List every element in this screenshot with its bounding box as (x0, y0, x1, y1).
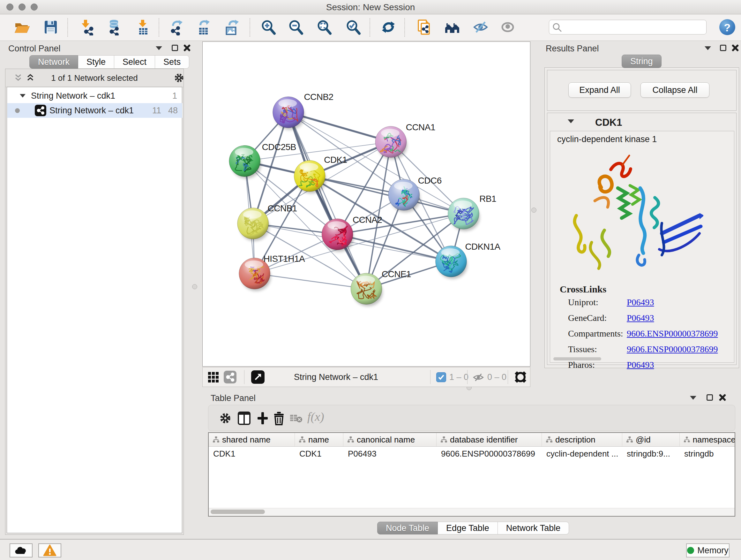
eye-slash-icon (472, 19, 489, 36)
column-header-canonical-name[interactable]: canonical name (343, 433, 436, 446)
apply-layout-button[interactable] (380, 19, 397, 36)
column-header-database-identifier[interactable]: database identifier (436, 433, 542, 446)
collapse-all-button[interactable]: Collapse All (641, 82, 710, 98)
network-row-selected[interactable]: String Network – cdk1 11 48 (7, 103, 182, 118)
search-input[interactable] (564, 21, 702, 33)
zoom-fit-button[interactable] (316, 19, 333, 36)
help-button[interactable]: ? (719, 19, 735, 35)
graph-node-CDC25B[interactable]: CDC25B (229, 142, 296, 179)
crosslink-link[interactable]: P06493 (627, 313, 654, 323)
move-crosshair-icon[interactable] (514, 370, 528, 384)
show-hidden-button[interactable] (499, 19, 516, 36)
tab-network[interactable]: Network (29, 55, 78, 69)
control-panel-collapse-icon[interactable] (156, 46, 162, 50)
open-view-icon[interactable] (251, 370, 265, 384)
table-panel-float-icon[interactable] (706, 394, 713, 401)
crosslink-link[interactable]: P06493 (627, 360, 654, 370)
table-panel-close-icon[interactable] (719, 394, 726, 401)
columns-icon[interactable] (237, 411, 251, 426)
expand-all-button[interactable]: Expand All (568, 82, 631, 98)
delete-column-trash-icon[interactable] (272, 411, 286, 426)
graph-node-RB1[interactable]: RB1 (448, 194, 496, 231)
column-header-namespace[interactable]: namespace (680, 433, 735, 446)
column-header--id[interactable]: @id (622, 433, 680, 446)
zoom-selected-button[interactable] (345, 19, 362, 36)
add-column-plus-icon[interactable] (256, 411, 270, 426)
import-network-from-file-button[interactable] (78, 19, 95, 36)
table-horizontal-scrollbar[interactable] (209, 508, 735, 516)
memory-button[interactable]: Memory (686, 543, 730, 557)
import-table-from-file-button[interactable] (134, 19, 151, 36)
graph-node-HIST1H1A[interactable]: HIST1H1A (239, 254, 305, 291)
crosslink-link[interactable]: 9606.ENSP00000378699 (627, 344, 718, 354)
tab-sets[interactable]: Sets (155, 55, 189, 69)
save-session-button[interactable] (42, 19, 59, 36)
zoom-in-button[interactable] (260, 19, 277, 36)
tab-select[interactable]: Select (114, 55, 155, 69)
results-panel-float-icon[interactable] (720, 45, 726, 51)
graph-node-CCNB2[interactable]: CCNB2 (273, 92, 333, 130)
column-header-description[interactable]: description (542, 433, 622, 446)
gear-icon[interactable] (173, 72, 185, 84)
open-session-button[interactable] (13, 19, 30, 36)
left-splitter-handle[interactable] (192, 284, 197, 289)
network-canvas[interactable]: CCNB2CCNA1CDC25BCDK1CDC6RB1CCNB1CCNA2CDK… (202, 42, 530, 367)
selected-checkbox[interactable] (436, 372, 446, 382)
crosslink-label: Compartments: (568, 328, 627, 339)
hide-selected-button[interactable] (472, 19, 489, 36)
graph-node-CDK1[interactable]: CDK1 (294, 155, 347, 193)
column-header-name[interactable]: name (295, 433, 343, 446)
network-row-label: String Network – cdk1 (50, 103, 134, 118)
tab-node-table[interactable]: Node Table (377, 522, 438, 535)
graph-node-CDKN1A[interactable]: CDKN1A (435, 242, 501, 279)
right-splitter-handle[interactable] (531, 207, 536, 212)
warning-button[interactable] (38, 543, 61, 557)
crosslink-label: Uniprot: (568, 297, 627, 307)
crosslink-label: Pharos: (568, 360, 627, 370)
table-cell: CDK1 (209, 447, 295, 461)
graph-node-CCNA1[interactable]: CCNA1 (375, 122, 435, 159)
tab-string[interactable]: String (622, 55, 662, 68)
control-panel-close-icon[interactable] (183, 44, 191, 52)
tree-expander-icon[interactable] (20, 94, 25, 98)
graph-node-CCNE1[interactable]: CCNE1 (351, 269, 411, 307)
control-panel-float-icon[interactable] (172, 45, 178, 51)
toolbar-separator (67, 18, 68, 37)
selected-counts: 1 – 0 (449, 372, 468, 382)
cloud-button[interactable] (10, 543, 32, 557)
window-titlebar: Session: New Session (0, 0, 741, 14)
table-panel-collapse-icon[interactable] (690, 396, 696, 400)
protein-structure-image (556, 146, 703, 284)
node-table[interactable]: shared namenamecanonical namedatabase id… (208, 432, 735, 516)
network-graph[interactable]: CCNB2CCNA1CDC25BCDK1CDC6RB1CCNB1CCNA2CDK… (203, 42, 530, 368)
table-scrollbar-thumb[interactable] (211, 509, 265, 514)
column-header-shared-name[interactable]: shared name (209, 433, 295, 446)
show-all-button[interactable] (444, 19, 461, 36)
zoom-out-button[interactable] (287, 19, 305, 36)
result-entry: CDK1 cyclin-dependent kinase 1 (547, 113, 737, 365)
table-gear-icon[interactable] (219, 412, 232, 425)
netbar-divider (430, 370, 430, 384)
result-entry-header[interactable]: CDK1 (547, 113, 736, 131)
network-collection-row[interactable]: String Network – cdk1 1 (7, 88, 182, 103)
results-panel-collapse-icon[interactable] (704, 46, 711, 50)
tab-edge-table[interactable]: Edge Table (438, 522, 498, 535)
results-panel-close-icon[interactable] (731, 44, 739, 52)
crosslink-link[interactable]: P06493 (627, 297, 654, 307)
network-share-icon[interactable] (224, 371, 237, 383)
copy-network-button[interactable] (415, 19, 432, 36)
import-network-from-database-button[interactable] (105, 19, 122, 36)
crosslink-link[interactable]: 9606.ENSP00000378699 (627, 328, 718, 339)
table-row[interactable]: CDK1CDK1P064939606.ENSP00000378699cyclin… (209, 447, 735, 461)
tab-network-table[interactable]: Network Table (498, 522, 569, 535)
export-network-to-file-button[interactable] (167, 19, 185, 36)
tab-style[interactable]: Style (78, 55, 114, 69)
export-table-to-file-button[interactable] (195, 19, 212, 36)
results-panel-tabs: String (622, 55, 662, 67)
graph-node-CCNB1[interactable]: CCNB1 (238, 203, 297, 241)
results-scrollbar-thumb[interactable] (553, 357, 601, 361)
export-image-button[interactable] (223, 19, 241, 36)
toolbar-search-field[interactable] (549, 20, 706, 35)
birdseye-grid-icon[interactable] (208, 372, 219, 383)
entry-expander-icon[interactable] (568, 119, 574, 123)
